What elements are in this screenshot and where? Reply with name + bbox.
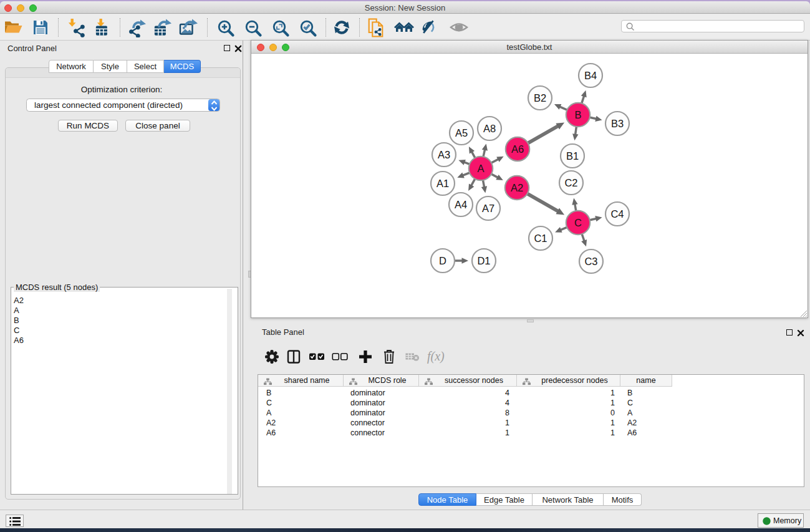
svg-text:A4: A4 [455, 199, 467, 210]
svg-text:A5: A5 [455, 127, 468, 138]
svg-text:A1: A1 [436, 178, 449, 189]
svg-text:C: C [574, 217, 582, 228]
svg-text:B4: B4 [584, 70, 597, 81]
svg-text:C2: C2 [564, 177, 577, 188]
svg-text:D1: D1 [477, 255, 490, 266]
svg-text:D: D [439, 255, 446, 266]
svg-text:B3: B3 [611, 118, 624, 129]
svg-text:A2: A2 [511, 182, 523, 193]
svg-text:C4: C4 [610, 208, 624, 220]
svg-text:B2: B2 [534, 92, 546, 104]
svg-text:A6: A6 [511, 143, 524, 155]
svg-text:C3: C3 [584, 256, 597, 267]
svg-text:C1: C1 [534, 233, 547, 244]
svg-text:B: B [574, 109, 581, 120]
svg-text:A: A [477, 163, 484, 174]
svg-text:A7: A7 [482, 203, 494, 214]
svg-text:A8: A8 [483, 123, 496, 134]
svg-text:A3: A3 [438, 149, 450, 160]
svg-text:B1: B1 [566, 150, 579, 162]
